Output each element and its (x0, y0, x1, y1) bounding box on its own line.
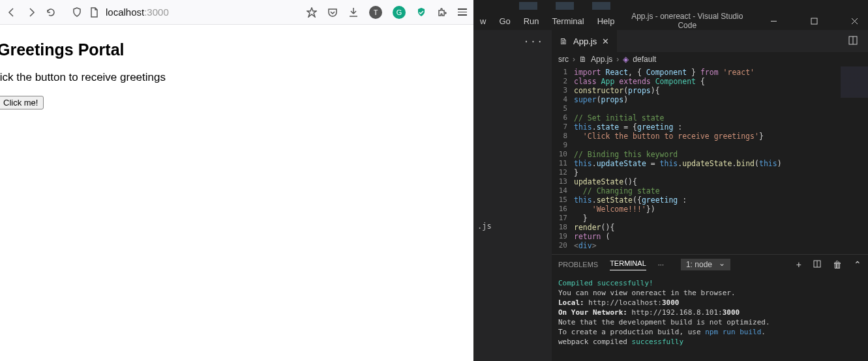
panel-tab-terminal[interactable]: TERMINAL (610, 259, 646, 270)
page-heading: Greetings Portal (0, 40, 473, 59)
bottom-panel: PROBLEMS TERMINAL ··· 1: node + 🗑 ⌃ Comp… (552, 254, 868, 361)
trash-icon[interactable]: 🗑 (833, 259, 842, 270)
menu-item[interactable]: Help (597, 16, 615, 26)
chevron-up-icon[interactable]: ⌃ (854, 259, 861, 270)
svg-rect-0 (811, 18, 817, 24)
puzzle-icon[interactable] (437, 7, 447, 18)
line-gutter: 1234567891011121314151617181920 (552, 66, 574, 254)
terminal-select[interactable]: 1: node (681, 259, 730, 270)
new-terminal-icon[interactable]: + (796, 259, 801, 270)
taskbar-thumb[interactable] (556, 2, 574, 10)
menu-item[interactable]: Run (524, 16, 539, 26)
menu-item[interactable]: Go (499, 16, 510, 26)
page-icon (89, 7, 99, 18)
tab-label: App.js (573, 36, 597, 46)
file-icon: 🗎 (560, 36, 568, 46)
extension-t-icon[interactable]: T (369, 6, 382, 19)
minimap[interactable] (841, 66, 868, 145)
breadcrumbs[interactable]: src › 🗎 App.js › ◈ default (552, 52, 868, 66)
antivirus-icon[interactable] (416, 7, 427, 18)
split-terminal-icon[interactable] (813, 259, 821, 270)
code-editor[interactable]: 1234567891011121314151617181920 import R… (552, 66, 868, 254)
editor-tabs: 🗎 App.js ✕ (552, 30, 868, 52)
menu-item[interactable]: Terminal (552, 16, 584, 26)
chevron-right-icon: › (573, 55, 575, 64)
taskbar-thumb[interactable] (519, 2, 537, 10)
more-icon[interactable]: ··· (524, 36, 544, 47)
taskbar-thumb[interactable] (592, 2, 610, 10)
minimize-button[interactable] (760, 12, 787, 30)
menu-item[interactable]: w (480, 16, 486, 26)
chevron-right-icon: › (616, 55, 619, 64)
pocket-icon[interactable] (327, 7, 338, 18)
download-icon[interactable] (348, 7, 359, 18)
open-editors-pane: ··· .js (473, 30, 552, 361)
window-title: App.js - onereact - Visual Studio Code (627, 12, 747, 30)
terminal-output[interactable]: Compiled successfully!You can now view o… (552, 274, 868, 361)
crumb-root[interactable]: src (558, 55, 569, 64)
sidebar-file-label[interactable]: .js (477, 222, 492, 231)
url-text[interactable]: localhost:3000 (106, 7, 169, 18)
back-icon[interactable] (7, 7, 17, 18)
star-icon[interactable] (307, 7, 317, 18)
click-me-button[interactable]: Click me! (0, 96, 44, 109)
panel-tab-problems[interactable]: PROBLEMS (558, 261, 598, 268)
panel-tabs: PROBLEMS TERMINAL ··· 1: node + 🗑 ⌃ (552, 255, 868, 274)
close-tab-icon[interactable]: ✕ (602, 36, 609, 46)
forward-icon[interactable] (26, 7, 37, 18)
close-button[interactable] (841, 12, 868, 30)
vscode-window: w Go Run Terminal Help App.js - onereact… (473, 0, 868, 361)
shield-permission-icon[interactable] (72, 7, 82, 18)
browser-window: localhost:3000 T G Greetings Portal lick… (0, 0, 473, 361)
crumb-file[interactable]: App.js (591, 55, 612, 64)
code-content[interactable]: import React, { Component } from 'react'… (574, 66, 868, 254)
tab-app-js[interactable]: 🗎 App.js ✕ (552, 30, 617, 52)
page-paragraph: lick the button to receive greetings (0, 71, 473, 84)
browser-toolbar: localhost:3000 T G (0, 0, 473, 25)
grammarly-icon[interactable]: G (393, 6, 406, 19)
hamburger-icon[interactable] (458, 8, 467, 16)
symbol-icon: ◈ (623, 55, 629, 64)
split-editor-icon[interactable] (848, 36, 858, 47)
reload-icon[interactable] (46, 7, 56, 18)
maximize-button[interactable] (800, 12, 828, 30)
page-content: Greetings Portal lick the button to rece… (0, 25, 473, 109)
vscode-menubar: w Go Run Terminal Help App.js - onereact… (473, 12, 868, 30)
more-icon[interactable]: ··· (658, 261, 664, 268)
taskbar-thumbnails (473, 0, 868, 12)
file-icon: 🗎 (579, 55, 587, 64)
crumb-symbol[interactable]: default (633, 55, 656, 64)
